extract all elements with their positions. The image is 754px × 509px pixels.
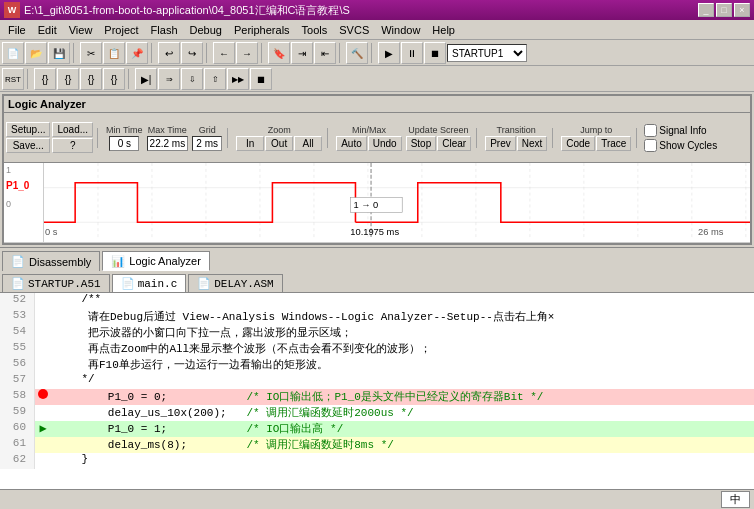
menu-debug[interactable]: Debug — [184, 22, 228, 38]
line-code: P1_0 = 0; /* IO口输出低；P1_0是头文件中已经定义的寄存器Bit… — [51, 389, 543, 405]
la-zoom-group: Zoom In Out All — [236, 125, 322, 151]
la-scale-high: 1 — [6, 165, 41, 180]
line-number: 60 — [0, 421, 35, 437]
line-indicator — [35, 373, 51, 389]
redo-tb-button[interactable]: ↪ — [181, 42, 203, 64]
rst-button[interactable]: RST — [2, 68, 24, 90]
la-stop-button[interactable]: Stop — [406, 136, 437, 151]
braces-button[interactable]: {} — [34, 68, 56, 90]
la-trace-button[interactable]: Trace — [596, 136, 631, 151]
la-signal-info-label[interactable]: Signal Info — [644, 124, 717, 137]
toolbar-1: 📄 📂 💾 ✂ 📋 📌 ↩ ↪ ← → 🔖 ⇥ ⇤ 🔨 ▶ ⏸ ⏹ STARTU… — [0, 40, 754, 66]
open-button[interactable]: 📂 — [25, 42, 47, 64]
tb-btn-extra3[interactable]: ⏹ — [424, 42, 446, 64]
line-number: 62 — [0, 453, 35, 469]
la-setup-button[interactable]: Setup... — [6, 122, 50, 137]
step-into-button[interactable]: ⇩ — [181, 68, 203, 90]
nav-fwd-button[interactable]: → — [236, 42, 258, 64]
waveform-area: 1 P1_0 0 — [4, 163, 750, 243]
cut-button[interactable]: ✂ — [80, 42, 102, 64]
debug-run-button[interactable]: ▶▶ — [227, 68, 249, 90]
startup-combo[interactable]: STARTUP1 — [447, 44, 527, 62]
la-show-cycles-checkbox[interactable] — [644, 139, 657, 152]
la-undo-button[interactable]: Undo — [368, 136, 402, 151]
line-code: 再点击Zoom中的All来显示整个波形（不点击会看不到变化的波形）； — [51, 341, 431, 357]
la-auto-button[interactable]: Auto — [336, 136, 367, 151]
code-content[interactable]: 52 /** 53 请在Debug后通过 View--Analysis Wind… — [0, 293, 754, 489]
menu-project[interactable]: Project — [98, 22, 144, 38]
braces4-button[interactable]: {} — [103, 68, 125, 90]
app-icon: W — [4, 2, 20, 18]
file-tab-delay[interactable]: 📄 DELAY.ASM — [188, 274, 282, 292]
step-over-button[interactable]: ⇒ — [158, 68, 180, 90]
indent-button[interactable]: ⇥ — [291, 42, 313, 64]
menu-tools[interactable]: Tools — [296, 22, 334, 38]
waveform-canvas[interactable]: 1 → 0 10.1975 ms 0 s 26 ms — [44, 163, 750, 242]
line-code: delay_us_10x(200); /* 调用汇编函数延时2000us */ — [51, 405, 414, 421]
la-signal-info-checkbox[interactable] — [644, 124, 657, 137]
line-indicator — [35, 309, 51, 325]
la-sep6 — [636, 128, 640, 148]
la-sep4 — [476, 128, 480, 148]
la-sep5 — [552, 128, 556, 148]
debug-stop-button[interactable]: ⏹ — [250, 68, 272, 90]
save-button[interactable]: 💾 — [48, 42, 70, 64]
la-next-button[interactable]: Next — [517, 136, 548, 151]
tab-disassembly[interactable]: 📄 Disassembly — [2, 251, 100, 271]
la-zoom-in-button[interactable]: In — [236, 136, 264, 151]
la-zoom-out-button[interactable]: Out — [265, 136, 293, 151]
menu-window[interactable]: Window — [375, 22, 426, 38]
logic-analyzer-tab-icon: 📊 — [111, 255, 125, 268]
la-update-label: Update Screen — [408, 125, 468, 135]
braces2-button[interactable]: {} — [57, 68, 79, 90]
signal-name: P1_0 — [6, 180, 41, 191]
file-tab-startup[interactable]: 📄 STARTUP.A51 — [2, 274, 110, 292]
menu-flash[interactable]: Flash — [145, 22, 184, 38]
nav-back-button[interactable]: ← — [213, 42, 235, 64]
close-button[interactable]: × — [734, 3, 750, 17]
tab-logic-analyzer[interactable]: 📊 Logic Analyzer — [102, 251, 210, 271]
ime-indicator[interactable]: 中 — [721, 491, 750, 508]
unindent-button[interactable]: ⇤ — [314, 42, 336, 64]
la-code-button[interactable]: Code — [561, 136, 595, 151]
copy-button[interactable]: 📋 — [103, 42, 125, 64]
menu-view[interactable]: View — [63, 22, 99, 38]
maximize-button[interactable]: □ — [716, 3, 732, 17]
menu-peripherals[interactable]: Peripherals — [228, 22, 296, 38]
build-button[interactable]: 🔨 — [346, 42, 368, 64]
minimize-button[interactable]: _ — [698, 3, 714, 17]
braces3-button[interactable]: {} — [80, 68, 102, 90]
table-row: 60 ▶ P1_0 = 1; /* IO口输出高 */ — [0, 421, 754, 437]
tb-btn-extra2[interactable]: ⏸ — [401, 42, 423, 64]
la-zoom-all-button[interactable]: All — [294, 136, 322, 151]
la-jump-label: Jump to — [580, 125, 612, 135]
la-help-button[interactable]: ? — [52, 138, 93, 153]
la-clear-button[interactable]: Clear — [437, 136, 471, 151]
line-code: delay_ms(8); /* 调用汇编函数延时8ms */ — [51, 437, 394, 453]
paste-button[interactable]: 📌 — [126, 42, 148, 64]
tb-btn-extra1[interactable]: ▶ — [378, 42, 400, 64]
step-out-button[interactable]: ⇧ — [204, 68, 226, 90]
line-number: 54 — [0, 325, 35, 341]
undo-tb-button[interactable]: ↩ — [158, 42, 180, 64]
sep7 — [27, 69, 31, 89]
la-load-button[interactable]: Load... — [52, 122, 93, 137]
file-tab-main[interactable]: 📄 main.c — [112, 274, 187, 292]
la-grid-value: 2 ms — [192, 136, 222, 151]
sep3 — [206, 43, 210, 63]
delay-file-icon: 📄 — [197, 277, 211, 290]
menu-help[interactable]: Help — [426, 22, 461, 38]
menu-file[interactable]: File — [2, 22, 32, 38]
line-number: 56 — [0, 357, 35, 373]
la-show-cycles-label[interactable]: Show Cycles — [644, 139, 717, 152]
disassembly-icon: 📄 — [11, 255, 25, 268]
line-code: } — [51, 453, 88, 469]
table-row: 59 delay_us_10x(200); /* 调用汇编函数延时2000us … — [0, 405, 754, 421]
run-to-button[interactable]: ▶| — [135, 68, 157, 90]
bookmark-button[interactable]: 🔖 — [268, 42, 290, 64]
new-button[interactable]: 📄 — [2, 42, 24, 64]
la-prev-button[interactable]: Prev — [485, 136, 516, 151]
menu-svcs[interactable]: SVCS — [333, 22, 375, 38]
menu-edit[interactable]: Edit — [32, 22, 63, 38]
la-save-button[interactable]: Save... — [6, 138, 50, 153]
